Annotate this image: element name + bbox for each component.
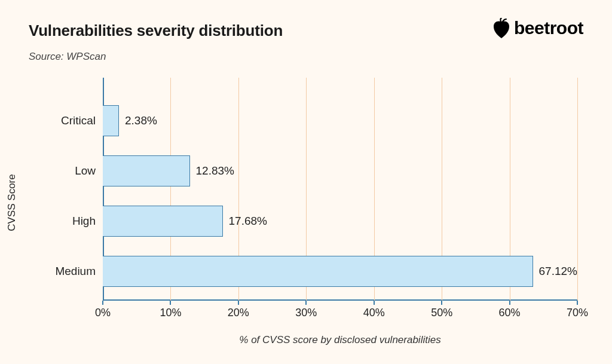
bar bbox=[103, 105, 119, 136]
bar bbox=[103, 206, 223, 237]
x-tick bbox=[509, 301, 510, 305]
brand-logo: beetroot bbox=[492, 18, 583, 38]
chart-title: Vulnerabilities severity distribution bbox=[29, 22, 283, 40]
chart-source: Source: WPScan bbox=[29, 51, 283, 63]
value-label: 12.83% bbox=[196, 164, 234, 178]
bar-row: Critical2.38% bbox=[103, 105, 577, 136]
bar-row: High17.68% bbox=[103, 206, 577, 237]
category-label: Medium bbox=[55, 265, 96, 278]
bar bbox=[103, 155, 190, 186]
x-tick bbox=[170, 301, 171, 305]
x-tick-label: 20% bbox=[228, 307, 249, 319]
x-tick-label: 0% bbox=[95, 307, 111, 319]
x-axis-line bbox=[103, 299, 577, 301]
category-label: Critical bbox=[61, 114, 96, 127]
category-label: High bbox=[72, 215, 96, 228]
category-label: Low bbox=[75, 164, 96, 178]
x-tick bbox=[238, 301, 239, 305]
value-label: 67.12% bbox=[539, 265, 577, 278]
x-tick-label: 70% bbox=[567, 307, 588, 319]
chart-header: Vulnerabilities severity distribution So… bbox=[0, 0, 612, 63]
bar-row: Low12.83% bbox=[103, 155, 577, 186]
gridline bbox=[577, 78, 578, 301]
x-tick bbox=[577, 301, 578, 305]
x-tick-label: 30% bbox=[295, 307, 317, 319]
x-tick-label: 10% bbox=[160, 307, 181, 319]
beetroot-icon bbox=[492, 18, 510, 38]
chart-area: CVSS Score % of CVSS score by disclosed … bbox=[31, 78, 583, 344]
x-tick-label: 60% bbox=[499, 307, 521, 319]
x-tick bbox=[374, 301, 375, 305]
x-axis-label: % of CVSS score by disclosed vulnerabili… bbox=[31, 334, 583, 346]
brand-name: beetroot bbox=[514, 18, 583, 38]
x-tick bbox=[102, 301, 103, 305]
x-tick bbox=[441, 301, 442, 305]
bar-row: Medium67.12% bbox=[103, 256, 577, 287]
x-tick-label: 40% bbox=[363, 307, 385, 319]
value-label: 17.68% bbox=[229, 215, 267, 228]
bar bbox=[103, 256, 533, 287]
y-axis-label: CVSS Score bbox=[6, 174, 18, 231]
value-label: 2.38% bbox=[125, 114, 157, 127]
x-tick-label: 50% bbox=[431, 307, 452, 319]
x-tick bbox=[305, 301, 307, 305]
plot-region: 0%10%20%30%40%50%60%70%Critical2.38%Low1… bbox=[103, 78, 577, 301]
